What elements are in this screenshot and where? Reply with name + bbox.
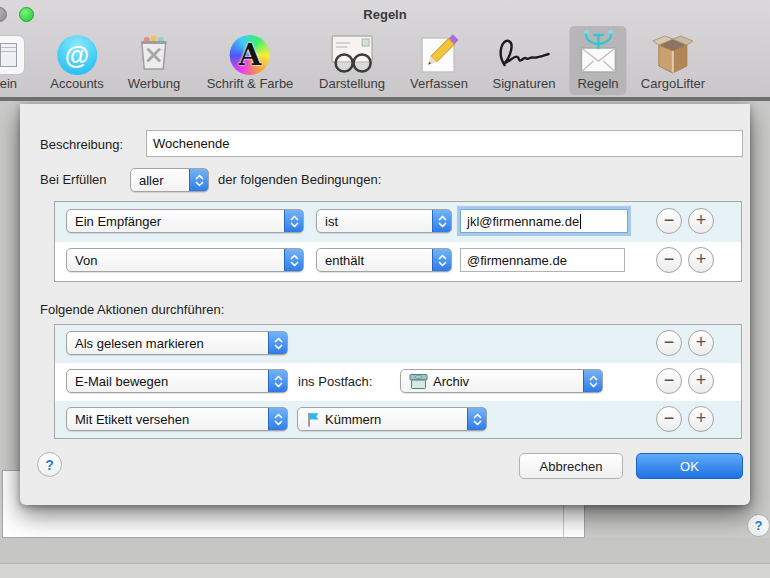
remove-condition-button[interactable]: − xyxy=(656,247,682,273)
description-label: Beschreibung: xyxy=(40,137,123,152)
popup-stepper-icon xyxy=(268,331,288,355)
toolbar-item-label: Werbung xyxy=(128,76,181,92)
condition-field-popup[interactable]: Von xyxy=(66,248,304,272)
window-help-button[interactable]: ? xyxy=(747,514,770,537)
popup-value: enthält xyxy=(325,253,364,268)
toolbar-item-signaturen[interactable]: Signaturen xyxy=(485,26,564,95)
toolbar-item-label: mein xyxy=(0,76,17,92)
popup-stepper-icon xyxy=(583,369,603,393)
condition-value-text: @firmenname.de xyxy=(467,253,567,268)
popup-value: E-Mail bewegen xyxy=(75,374,168,389)
popup-value: Kümmern xyxy=(325,412,381,427)
junk-mail-icon xyxy=(134,29,174,75)
popup-value: Als gelesen markieren xyxy=(75,336,204,351)
popup-stepper-icon xyxy=(189,168,209,192)
condition-value-text: jkl@firmenname.de xyxy=(467,214,579,229)
popup-stepper-icon xyxy=(284,209,304,233)
add-action-button[interactable]: + xyxy=(688,368,714,394)
toolbar-item-schrift-farbe[interactable]: A Schrift & Farbe xyxy=(199,26,302,95)
add-condition-button[interactable]: + xyxy=(688,208,714,234)
toolbar-item-label: CargoLifter xyxy=(641,76,705,92)
viewing-icon xyxy=(329,29,375,75)
toolbar-item-accounts[interactable]: @ Accounts xyxy=(42,26,111,95)
accounts-icon: @ xyxy=(57,29,97,75)
preferences-toolbar: Regeln mein @ Accounts Werbung A xyxy=(0,0,770,101)
condition-value-input[interactable]: jkl@firmenname.de xyxy=(460,209,628,233)
popup-value: Archiv xyxy=(433,374,469,389)
condition-operator-popup[interactable]: enthält xyxy=(316,248,452,272)
toolbar-item-label: Signaturen xyxy=(493,76,556,92)
window-title: Regeln xyxy=(0,7,770,22)
preferences-general-icon xyxy=(0,29,25,75)
toolbar-item-label: Regeln xyxy=(577,76,618,92)
add-condition-button[interactable]: + xyxy=(688,247,714,273)
toolbar-item-allgemein[interactable]: mein xyxy=(0,26,33,95)
popup-stepper-icon xyxy=(284,248,304,272)
popup-value: aller xyxy=(139,173,164,188)
sheet-help-button[interactable]: ? xyxy=(37,452,62,477)
signatures-icon xyxy=(495,29,553,75)
toolbar-item-label: Schrift & Farbe xyxy=(207,76,294,92)
mailbox-param-label: ins Postfach: xyxy=(298,374,372,389)
archive-mailbox-icon xyxy=(409,373,428,390)
add-action-button[interactable]: + xyxy=(688,406,714,432)
toolbar-item-werbung[interactable]: Werbung xyxy=(120,26,189,95)
flag-icon xyxy=(306,412,320,427)
actions-heading: Folgende Aktionen durchführen: xyxy=(40,302,224,317)
remove-action-button[interactable]: − xyxy=(656,406,682,432)
mailbox-popup[interactable]: Archiv xyxy=(400,369,603,393)
toolbar-item-label: Accounts xyxy=(50,76,103,92)
toolbar-item-verfassen[interactable]: Verfassen xyxy=(402,26,476,95)
popup-stepper-icon xyxy=(268,369,288,393)
fonts-colors-icon: A xyxy=(230,29,270,75)
condition-field-popup[interactable]: Ein Empfänger xyxy=(66,209,304,233)
popup-stepper-icon xyxy=(467,407,487,431)
action-type-popup[interactable]: Als gelesen markieren xyxy=(66,331,288,355)
rules-list-scrollbar[interactable] xyxy=(563,505,564,537)
cargolifter-icon xyxy=(651,29,695,75)
action-type-popup[interactable]: Mit Etikett versehen xyxy=(66,407,288,431)
popup-value: Mit Etikett versehen xyxy=(75,412,189,427)
cancel-button[interactable]: Abbrechen xyxy=(519,453,623,479)
window-bottom-edge xyxy=(0,563,770,578)
condition-value-input[interactable]: @firmenname.de xyxy=(460,248,625,272)
description-input[interactable]: Wochenende xyxy=(146,130,743,157)
rule-editor-sheet: Beschreibung: Wochenende Bei Erfüllen al… xyxy=(20,104,750,505)
popup-value: ist xyxy=(325,214,338,229)
match-suffix-label: der folgenden Bedingungen: xyxy=(218,172,381,187)
toolbar-item-regeln[interactable]: Regeln xyxy=(569,26,626,95)
add-action-button[interactable]: + xyxy=(688,330,714,356)
toolbar-item-darstellung[interactable]: Darstellung xyxy=(311,26,393,95)
popup-value: Von xyxy=(75,253,97,268)
action-type-popup[interactable]: E-Mail bewegen xyxy=(66,369,288,393)
popup-stepper-icon xyxy=(432,248,452,272)
window-footer-band xyxy=(0,538,770,563)
popup-stepper-icon xyxy=(268,407,288,431)
description-value: Wochenende xyxy=(153,136,229,151)
condition-operator-popup[interactable]: ist xyxy=(316,209,452,233)
composing-icon xyxy=(419,29,459,75)
match-prefix-label: Bei Erfüllen xyxy=(40,172,106,187)
toolbar-item-label: Darstellung xyxy=(319,76,385,92)
remove-condition-button[interactable]: − xyxy=(656,208,682,234)
flag-popup[interactable]: Kümmern xyxy=(297,407,487,431)
toolbar-item-label: Verfassen xyxy=(410,76,468,92)
toolbar-item-cargolifter[interactable]: CargoLifter xyxy=(633,26,713,95)
text-caret xyxy=(580,214,581,229)
remove-action-button[interactable]: − xyxy=(656,330,682,356)
remove-action-button[interactable]: − xyxy=(656,368,682,394)
match-type-popup[interactable]: aller xyxy=(130,168,209,192)
ok-button[interactable]: OK xyxy=(636,453,743,479)
rules-icon xyxy=(578,29,618,75)
popup-value: Ein Empfänger xyxy=(75,214,161,229)
popup-stepper-icon xyxy=(432,209,452,233)
